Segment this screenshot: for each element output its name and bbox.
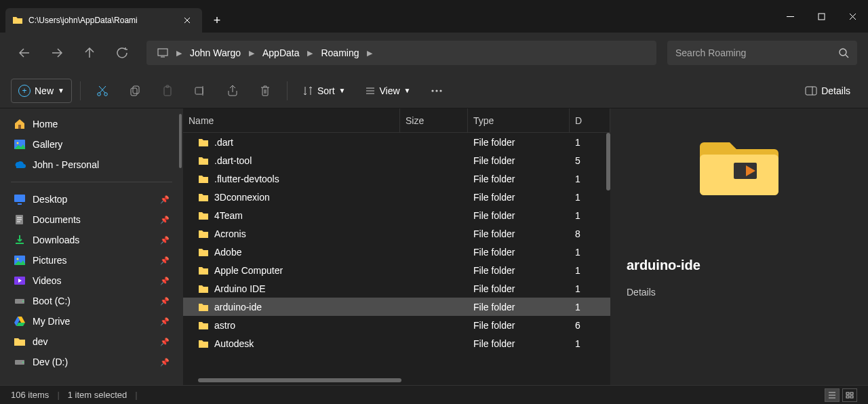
- crumb-user[interactable]: John Wargo: [184, 41, 246, 65]
- paste-button[interactable]: [154, 79, 181, 103]
- crumb-appdata[interactable]: AppData: [257, 41, 304, 65]
- file-type: File folder: [468, 228, 570, 239]
- maximize-button[interactable]: [806, 0, 837, 33]
- scrollbar[interactable]: [179, 114, 182, 168]
- file-row[interactable]: .dart-tool File folder 5: [183, 151, 610, 169]
- chevron-down-icon: ▼: [404, 87, 411, 94]
- view-toggle-group: [825, 388, 857, 402]
- delete-button[interactable]: [252, 79, 279, 103]
- folder-icon: [198, 193, 209, 202]
- sidebar-item-pictures[interactable]: Pictures📌: [7, 250, 176, 270]
- refresh-button[interactable]: [108, 39, 136, 66]
- file-type: File folder: [468, 210, 570, 221]
- file-row[interactable]: .dart File folder 1: [183, 133, 610, 151]
- file-row[interactable]: Adobe File folder 1: [183, 243, 610, 261]
- sidebar-item-dev[interactable]: dev📌: [7, 331, 176, 352]
- new-tab-button[interactable]: +: [209, 12, 225, 28]
- forward-button[interactable]: [43, 39, 71, 66]
- share-button[interactable]: [219, 79, 246, 103]
- col-size[interactable]: Size: [400, 108, 468, 132]
- col-name[interactable]: Name: [183, 108, 400, 132]
- scrollbar-vertical[interactable]: [606, 133, 610, 190]
- col-type[interactable]: Type: [468, 108, 570, 132]
- sidebar-item-downloads[interactable]: Downloads📌: [7, 230, 176, 250]
- breadcrumb[interactable]: ▶ John Wargo ▶ AppData ▶ Roaming ▶: [146, 41, 656, 65]
- svg-point-23: [22, 301, 24, 302]
- tab[interactable]: C:\Users\john\AppData\Roami: [5, 8, 202, 33]
- sidebar-item-dev-d-[interactable]: Dev (D:)📌: [7, 352, 176, 372]
- close-window-button[interactable]: [837, 0, 868, 33]
- crumb-roaming[interactable]: Roaming: [315, 41, 364, 65]
- file-name: .dart: [214, 137, 233, 148]
- close-tab-button[interactable]: [179, 12, 195, 28]
- sidebar-item-label: Videos: [33, 275, 62, 286]
- drive-icon: [14, 295, 26, 307]
- chevron-right-icon[interactable]: ▶: [176, 49, 182, 58]
- file-row[interactable]: Apple Computer File folder 1: [183, 261, 610, 279]
- details-pane-toggle[interactable]: Details: [798, 79, 857, 103]
- chevron-right-icon[interactable]: ▶: [367, 49, 372, 58]
- file-row[interactable]: .flutter-devtools File folder 1: [183, 169, 610, 188]
- minimize-button[interactable]: [774, 0, 806, 33]
- svg-rect-29: [846, 396, 849, 398]
- svg-rect-13: [806, 87, 816, 95]
- folder-icon: [198, 321, 209, 330]
- navbar: ▶ John Wargo ▶ AppData ▶ Roaming ▶ Searc…: [0, 33, 868, 73]
- file-row[interactable]: astro File folder 6: [183, 316, 610, 334]
- downloads-icon: [14, 234, 26, 246]
- file-row[interactable]: 4Team File folder 1: [183, 206, 610, 224]
- view-large-button[interactable]: [842, 388, 857, 402]
- file-type: File folder: [468, 265, 570, 276]
- copy-button[interactable]: [121, 79, 149, 103]
- search-box[interactable]: Search Roaming: [667, 41, 857, 65]
- new-button[interactable]: + New ▼: [11, 79, 72, 103]
- back-button[interactable]: [11, 39, 38, 66]
- file-name: Arduino IDE: [214, 283, 265, 294]
- sidebar-item-boot-c-[interactable]: Boot (C:)📌: [7, 291, 176, 311]
- separator: |: [57, 390, 59, 400]
- file-name: Adobe: [214, 247, 241, 258]
- file-row[interactable]: Acronis File folder 8: [183, 224, 610, 243]
- rename-button[interactable]: [186, 79, 214, 103]
- pin-icon: 📌: [160, 216, 170, 224]
- view-button[interactable]: View ▼: [358, 79, 418, 103]
- svg-rect-5: [131, 88, 137, 96]
- sidebar-item-gallery[interactable]: Gallery: [7, 134, 176, 155]
- sidebar-item-onedrive[interactable]: John - Personal: [7, 155, 176, 175]
- sidebar-item-videos[interactable]: Videos📌: [7, 270, 176, 291]
- sidebar-item-my-drive[interactable]: My Drive📌: [7, 311, 176, 331]
- svg-rect-30: [850, 396, 853, 398]
- sidebar-item-label: Desktop: [33, 194, 67, 205]
- file-date: 6: [570, 320, 610, 331]
- svg-point-20: [17, 258, 19, 260]
- file-row[interactable]: arduino-ide File folder 1: [183, 298, 610, 316]
- sort-button[interactable]: Sort ▼: [296, 79, 353, 103]
- view-details-button[interactable]: [825, 388, 840, 402]
- sidebar-item-desktop[interactable]: Desktop📌: [7, 189, 176, 209]
- file-date: 1: [570, 302, 610, 312]
- sidebar-item-home[interactable]: Home: [7, 114, 176, 134]
- svg-rect-28: [850, 392, 853, 395]
- file-row[interactable]: Arduino IDE File folder 1: [183, 279, 610, 298]
- up-button[interactable]: [76, 39, 103, 66]
- sidebar-item-documents[interactable]: Documents📌: [7, 209, 176, 230]
- svg-point-3: [98, 92, 101, 96]
- scrollbar-horizontal[interactable]: [198, 378, 401, 382]
- folder-icon: [14, 336, 26, 348]
- separator: [287, 81, 288, 100]
- search-placeholder: Search Roaming: [675, 47, 833, 58]
- col-date[interactable]: D: [570, 108, 610, 132]
- file-name: 4Team: [214, 210, 243, 221]
- pc-icon[interactable]: [152, 41, 174, 65]
- file-row[interactable]: 3Dconnexion File folder 1: [183, 188, 610, 206]
- more-button[interactable]: [423, 79, 450, 103]
- search-icon[interactable]: [839, 48, 849, 58]
- chevron-right-icon[interactable]: ▶: [307, 49, 313, 58]
- svg-rect-1: [158, 49, 167, 56]
- file-row[interactable]: Autodesk File folder 1: [183, 334, 610, 352]
- folder-icon: [198, 339, 209, 348]
- chevron-down-icon: ▼: [339, 87, 346, 94]
- cut-button[interactable]: [89, 79, 116, 103]
- chevron-right-icon[interactable]: ▶: [249, 49, 254, 58]
- file-type: File folder: [468, 283, 570, 294]
